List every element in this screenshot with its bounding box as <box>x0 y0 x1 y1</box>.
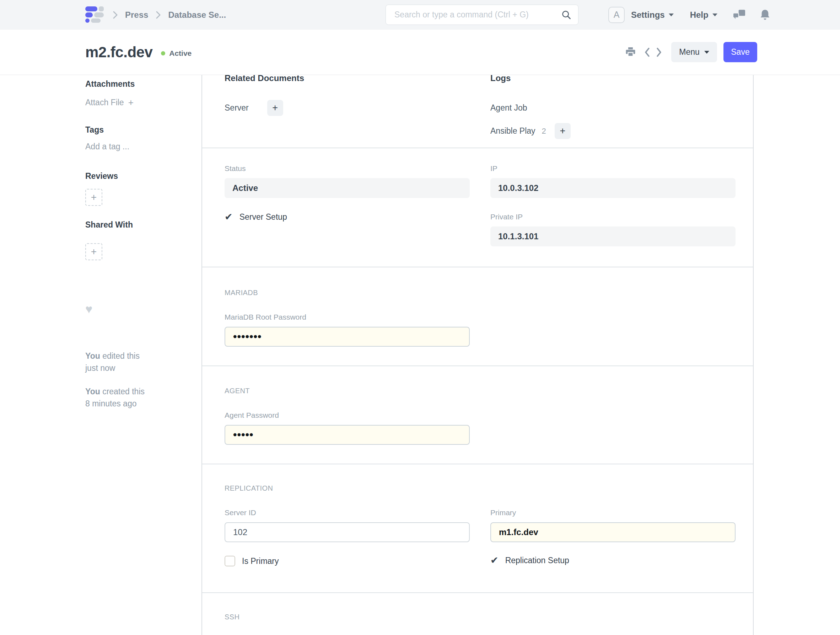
created-info: You created this 8 minutes ago <box>85 385 192 410</box>
plus-icon: + <box>91 192 97 203</box>
ssh-section-title: SSH <box>224 613 736 621</box>
global-search <box>385 5 578 25</box>
agent-password-label: Agent Password <box>224 411 736 420</box>
help-label: Help <box>690 10 709 20</box>
related-documents-title: Related Documents <box>224 75 470 84</box>
notifications-bell-icon[interactable] <box>760 9 770 21</box>
link-row-server: Server + <box>224 100 470 116</box>
ip-field: 10.0.3.102 <box>490 178 736 198</box>
mariadb-root-password-label: MariaDB Root Password <box>224 312 736 322</box>
next-document-button[interactable] <box>656 48 662 57</box>
caret-down-icon <box>704 51 709 54</box>
section-agent: AGENT Agent Password <box>202 366 753 464</box>
created-action: created this <box>102 387 145 396</box>
add-ansible-play-button[interactable]: + <box>555 123 571 139</box>
ansible-play-count: 2 <box>542 127 546 136</box>
is-primary-checkbox[interactable]: Is Primary <box>224 556 470 566</box>
private-ip-label: Private IP <box>490 212 736 222</box>
agent-job-link[interactable]: Agent Job <box>490 103 527 113</box>
replication-setup-label: Replication Setup <box>505 556 569 565</box>
attach-file-button[interactable]: Attach File + <box>85 97 192 108</box>
logo-mark <box>85 6 104 11</box>
status-indicator: Active <box>161 49 191 58</box>
navbar: Press Database Se... A Settings Help <box>0 0 840 30</box>
ip-column: IP 10.0.3.102 Private IP 10.1.3.101 <box>490 164 736 246</box>
related-documents-column: Related Documents Server + <box>224 75 470 139</box>
chevron-right-icon <box>112 11 118 19</box>
section-status: Status Active ✔ Server Setup IP 10.0.3.1… <box>202 148 753 268</box>
server-setup-label: Server Setup <box>240 212 287 222</box>
primary-label: Primary <box>490 508 736 517</box>
add-share-button[interactable]: + <box>85 243 102 260</box>
help-menu[interactable]: Help <box>690 10 717 20</box>
settings-label: Settings <box>631 10 665 20</box>
edited-info: You edited this just now <box>85 350 192 374</box>
logs-column: Logs Agent Job Ansible Play 2 + <box>490 75 736 139</box>
add-server-button[interactable]: + <box>267 100 283 116</box>
plus-icon: + <box>560 125 565 136</box>
server-id-column: Server ID Is Primary <box>224 508 470 566</box>
print-button[interactable] <box>625 47 636 57</box>
chevron-left-icon <box>644 48 650 57</box>
attach-file-label: Attach File <box>85 98 124 108</box>
server-id-label: Server ID <box>224 508 470 517</box>
replication-section-title: REPLICATION <box>224 484 736 492</box>
primary-input[interactable] <box>490 522 736 542</box>
chevron-right-icon <box>656 48 662 57</box>
plus-icon: + <box>128 97 134 108</box>
breadcrumb-item-press[interactable]: Press <box>125 10 148 20</box>
form-sidebar: Attachments Attach File + Tags Add a tag… <box>85 75 192 410</box>
status-label: Status <box>224 164 470 173</box>
status-column: Status Active ✔ Server Setup <box>224 164 470 246</box>
user-avatar[interactable]: A <box>608 7 625 23</box>
edited-by: You <box>85 351 100 361</box>
like-heart-icon[interactable]: ♥ <box>85 303 192 315</box>
check-icon: ✔ <box>224 212 233 222</box>
page-header: m2.fc.dev Active Menu Save <box>0 30 840 74</box>
section-connections: Related Documents Server + Logs Agent Jo… <box>202 75 753 148</box>
agent-password-input[interactable] <box>224 425 470 445</box>
search-icon <box>561 10 572 20</box>
chat-icon[interactable] <box>733 10 745 20</box>
caret-down-icon <box>669 14 674 16</box>
created-by: You <box>85 387 100 396</box>
mariadb-root-password-input[interactable] <box>224 327 470 347</box>
save-button[interactable]: Save <box>723 42 757 62</box>
private-ip-field: 10.1.3.101 <box>490 226 736 246</box>
section-replication: REPLICATION Server ID Is Primary Primary… <box>202 464 753 593</box>
replication-setup-checkbox[interactable]: ✔ Replication Setup <box>490 556 736 565</box>
ip-label: IP <box>490 164 736 173</box>
page-title: m2.fc.dev <box>85 44 152 61</box>
caret-down-icon <box>712 14 717 16</box>
status-field: Active <box>224 178 470 198</box>
chevron-right-icon <box>155 11 161 19</box>
reviews-title: Reviews <box>85 171 192 181</box>
add-tag-button[interactable]: Add a tag ... <box>85 142 192 152</box>
plus-icon: + <box>91 246 97 257</box>
search-input[interactable] <box>385 5 578 25</box>
server-setup-checkbox[interactable]: ✔ Server Setup <box>224 212 470 222</box>
breadcrumb-item-database-server[interactable]: Database Se... <box>168 10 226 20</box>
primary-column: Primary ✔ Replication Setup <box>490 508 736 566</box>
ansible-play-link[interactable]: Ansible Play <box>490 126 535 136</box>
prev-document-button[interactable] <box>644 48 650 57</box>
plus-icon: + <box>272 102 278 113</box>
navbar-right: A Settings Help <box>608 0 770 30</box>
title-area: m2.fc.dev Active <box>85 30 191 74</box>
settings-menu[interactable]: Settings <box>631 10 674 20</box>
server-id-input[interactable] <box>224 522 470 542</box>
menu-button[interactable]: Menu <box>671 42 717 62</box>
tags-title: Tags <box>85 125 192 135</box>
section-mariadb: MARIADB MariaDB Root Password <box>202 268 753 366</box>
app-logo[interactable] <box>85 6 104 23</box>
add-review-button[interactable]: + <box>85 189 102 206</box>
header-actions: Menu Save <box>625 30 757 74</box>
status-indicator-label: Active <box>169 49 191 58</box>
attachments-title: Attachments <box>85 79 192 89</box>
check-icon: ✔ <box>490 556 499 565</box>
server-link[interactable]: Server <box>224 103 249 113</box>
created-when: 8 minutes ago <box>85 397 192 410</box>
link-row-agent-job: Agent Job <box>490 100 736 116</box>
agent-section-title: AGENT <box>224 387 736 395</box>
edited-action: edited this <box>102 351 140 361</box>
